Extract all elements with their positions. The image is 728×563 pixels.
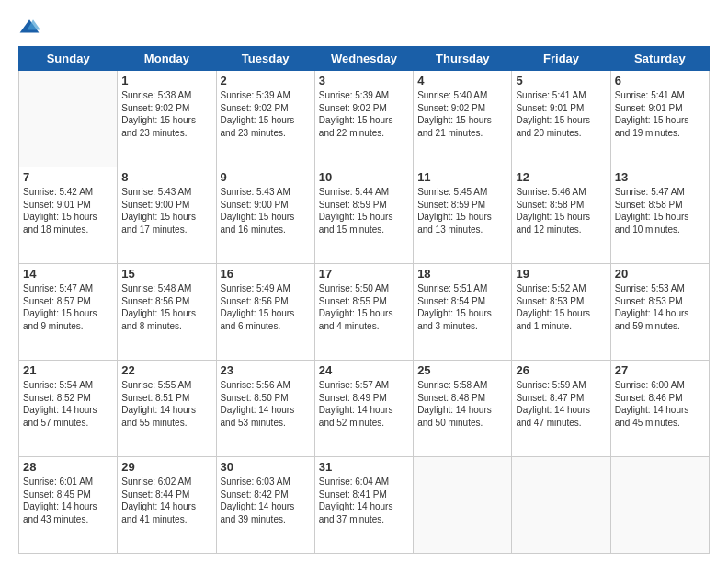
day-info: Sunrise: 6:03 AM Sunset: 8:42 PM Dayligh… bbox=[221, 476, 311, 525]
calendar-cell: 29Sunrise: 6:02 AM Sunset: 8:44 PM Dayli… bbox=[118, 457, 216, 554]
day-number: 7 bbox=[23, 170, 113, 184]
day-info: Sunrise: 5:45 AM Sunset: 8:59 PM Dayligh… bbox=[417, 186, 507, 236]
day-info: Sunrise: 5:57 AM Sunset: 8:49 PM Dayligh… bbox=[319, 379, 409, 429]
calendar-cell: 19Sunrise: 5:52 AM Sunset: 8:53 PM Dayli… bbox=[512, 264, 610, 361]
calendar-cell: 6Sunrise: 5:41 AM Sunset: 9:01 PM Daylig… bbox=[610, 71, 709, 167]
logo bbox=[18, 17, 44, 39]
day-info: Sunrise: 5:54 AM Sunset: 8:52 PM Dayligh… bbox=[23, 379, 113, 429]
weekday-header: Tuesday bbox=[216, 47, 314, 71]
day-info: Sunrise: 5:41 AM Sunset: 9:01 PM Dayligh… bbox=[615, 89, 705, 139]
day-number: 30 bbox=[221, 460, 311, 474]
day-number: 8 bbox=[121, 170, 211, 184]
day-info: Sunrise: 5:53 AM Sunset: 8:53 PM Dayligh… bbox=[615, 282, 705, 332]
day-info: Sunrise: 5:59 AM Sunset: 8:47 PM Dayligh… bbox=[516, 379, 606, 429]
calendar-cell: 30Sunrise: 6:03 AM Sunset: 8:42 PM Dayli… bbox=[216, 457, 314, 554]
day-number: 17 bbox=[319, 267, 409, 281]
day-number: 6 bbox=[615, 74, 705, 87]
day-info: Sunrise: 5:39 AM Sunset: 9:02 PM Dayligh… bbox=[221, 89, 311, 139]
header bbox=[18, 17, 710, 39]
day-number: 15 bbox=[121, 267, 211, 281]
calendar-cell: 16Sunrise: 5:49 AM Sunset: 8:56 PM Dayli… bbox=[216, 264, 314, 361]
day-number: 2 bbox=[221, 74, 311, 87]
day-info: Sunrise: 5:43 AM Sunset: 9:00 PM Dayligh… bbox=[221, 186, 311, 236]
calendar-cell: 20Sunrise: 5:53 AM Sunset: 8:53 PM Dayli… bbox=[610, 264, 709, 361]
calendar-cell: 4Sunrise: 5:40 AM Sunset: 9:02 PM Daylig… bbox=[414, 71, 512, 167]
day-number: 31 bbox=[319, 460, 409, 474]
day-number: 24 bbox=[319, 363, 409, 377]
calendar-cell: 11Sunrise: 5:45 AM Sunset: 8:59 PM Dayli… bbox=[414, 167, 512, 264]
calendar-week-row: 14Sunrise: 5:47 AM Sunset: 8:57 PM Dayli… bbox=[19, 264, 710, 361]
calendar-cell bbox=[414, 457, 512, 554]
calendar-cell: 28Sunrise: 6:01 AM Sunset: 8:45 PM Dayli… bbox=[19, 457, 118, 554]
calendar-cell: 1Sunrise: 5:38 AM Sunset: 9:02 PM Daylig… bbox=[118, 71, 216, 167]
day-number: 20 bbox=[615, 267, 705, 281]
day-info: Sunrise: 5:48 AM Sunset: 8:56 PM Dayligh… bbox=[121, 282, 211, 332]
day-info: Sunrise: 5:50 AM Sunset: 8:55 PM Dayligh… bbox=[319, 282, 409, 332]
day-number: 11 bbox=[417, 170, 507, 184]
day-info: Sunrise: 5:41 AM Sunset: 9:01 PM Dayligh… bbox=[516, 89, 606, 139]
day-info: Sunrise: 5:56 AM Sunset: 8:50 PM Dayligh… bbox=[221, 379, 311, 429]
calendar-cell: 9Sunrise: 5:43 AM Sunset: 9:00 PM Daylig… bbox=[216, 167, 314, 264]
calendar-week-row: 1Sunrise: 5:38 AM Sunset: 9:02 PM Daylig… bbox=[19, 71, 710, 167]
day-info: Sunrise: 6:00 AM Sunset: 8:46 PM Dayligh… bbox=[615, 379, 705, 429]
calendar-cell: 27Sunrise: 6:00 AM Sunset: 8:46 PM Dayli… bbox=[610, 361, 709, 457]
calendar-cell: 10Sunrise: 5:44 AM Sunset: 8:59 PM Dayli… bbox=[314, 167, 413, 264]
calendar-cell: 31Sunrise: 6:04 AM Sunset: 8:41 PM Dayli… bbox=[314, 457, 413, 554]
day-number: 13 bbox=[615, 170, 705, 184]
calendar-cell: 15Sunrise: 5:48 AM Sunset: 8:56 PM Dayli… bbox=[118, 264, 216, 361]
day-info: Sunrise: 6:01 AM Sunset: 8:45 PM Dayligh… bbox=[23, 476, 113, 525]
day-number: 16 bbox=[221, 267, 311, 281]
calendar-cell: 24Sunrise: 5:57 AM Sunset: 8:49 PM Dayli… bbox=[314, 361, 413, 457]
day-number: 9 bbox=[221, 170, 311, 184]
day-info: Sunrise: 5:55 AM Sunset: 8:51 PM Dayligh… bbox=[121, 379, 211, 429]
day-info: Sunrise: 5:39 AM Sunset: 9:02 PM Dayligh… bbox=[319, 89, 409, 139]
calendar-cell: 23Sunrise: 5:56 AM Sunset: 8:50 PM Dayli… bbox=[216, 361, 314, 457]
day-info: Sunrise: 5:47 AM Sunset: 8:58 PM Dayligh… bbox=[615, 186, 705, 236]
day-info: Sunrise: 5:40 AM Sunset: 9:02 PM Dayligh… bbox=[417, 89, 507, 139]
day-number: 25 bbox=[417, 363, 507, 377]
day-info: Sunrise: 5:42 AM Sunset: 9:01 PM Dayligh… bbox=[23, 186, 113, 236]
weekday-header: Monday bbox=[118, 47, 216, 71]
day-info: Sunrise: 5:47 AM Sunset: 8:57 PM Dayligh… bbox=[23, 282, 113, 332]
calendar-cell: 25Sunrise: 5:58 AM Sunset: 8:48 PM Dayli… bbox=[414, 361, 512, 457]
calendar-cell: 3Sunrise: 5:39 AM Sunset: 9:02 PM Daylig… bbox=[314, 71, 413, 167]
calendar-cell: 5Sunrise: 5:41 AM Sunset: 9:01 PM Daylig… bbox=[512, 71, 610, 167]
day-number: 1 bbox=[121, 74, 211, 87]
day-info: Sunrise: 5:43 AM Sunset: 9:00 PM Dayligh… bbox=[121, 186, 211, 236]
day-number: 27 bbox=[615, 363, 705, 377]
day-number: 14 bbox=[23, 267, 113, 281]
day-number: 26 bbox=[516, 363, 606, 377]
weekday-header: Sunday bbox=[19, 47, 118, 71]
day-number: 19 bbox=[516, 267, 606, 281]
calendar-cell: 18Sunrise: 5:51 AM Sunset: 8:54 PM Dayli… bbox=[414, 264, 512, 361]
weekday-header: Saturday bbox=[610, 47, 709, 71]
day-number: 23 bbox=[221, 363, 311, 377]
calendar-cell: 22Sunrise: 5:55 AM Sunset: 8:51 PM Dayli… bbox=[118, 361, 216, 457]
calendar-week-row: 28Sunrise: 6:01 AM Sunset: 8:45 PM Dayli… bbox=[19, 457, 710, 554]
calendar-cell bbox=[610, 457, 709, 554]
day-info: Sunrise: 6:04 AM Sunset: 8:41 PM Dayligh… bbox=[319, 476, 409, 525]
calendar-cell: 13Sunrise: 5:47 AM Sunset: 8:58 PM Dayli… bbox=[610, 167, 709, 264]
day-number: 10 bbox=[319, 170, 409, 184]
weekday-header: Friday bbox=[512, 47, 610, 71]
calendar-header-row: SundayMondayTuesdayWednesdayThursdayFrid… bbox=[19, 47, 710, 71]
day-info: Sunrise: 5:58 AM Sunset: 8:48 PM Dayligh… bbox=[417, 379, 507, 429]
calendar-cell: 26Sunrise: 5:59 AM Sunset: 8:47 PM Dayli… bbox=[512, 361, 610, 457]
day-info: Sunrise: 5:46 AM Sunset: 8:58 PM Dayligh… bbox=[516, 186, 606, 236]
day-info: Sunrise: 5:44 AM Sunset: 8:59 PM Dayligh… bbox=[319, 186, 409, 236]
day-number: 29 bbox=[121, 460, 211, 474]
day-info: Sunrise: 5:52 AM Sunset: 8:53 PM Dayligh… bbox=[516, 282, 606, 332]
calendar-cell: 21Sunrise: 5:54 AM Sunset: 8:52 PM Dayli… bbox=[19, 361, 118, 457]
page: SundayMondayTuesdayWednesdayThursdayFrid… bbox=[0, 0, 728, 563]
calendar-table: SundayMondayTuesdayWednesdayThursdayFrid… bbox=[18, 46, 710, 554]
weekday-header: Thursday bbox=[414, 47, 512, 71]
day-info: Sunrise: 5:38 AM Sunset: 9:02 PM Dayligh… bbox=[121, 89, 211, 139]
logo-icon bbox=[18, 17, 40, 39]
day-number: 18 bbox=[417, 267, 507, 281]
day-number: 3 bbox=[319, 74, 409, 87]
day-number: 12 bbox=[516, 170, 606, 184]
calendar-cell: 14Sunrise: 5:47 AM Sunset: 8:57 PM Dayli… bbox=[19, 264, 118, 361]
day-info: Sunrise: 6:02 AM Sunset: 8:44 PM Dayligh… bbox=[121, 476, 211, 525]
calendar-cell: 17Sunrise: 5:50 AM Sunset: 8:55 PM Dayli… bbox=[314, 264, 413, 361]
weekday-header: Wednesday bbox=[314, 47, 413, 71]
